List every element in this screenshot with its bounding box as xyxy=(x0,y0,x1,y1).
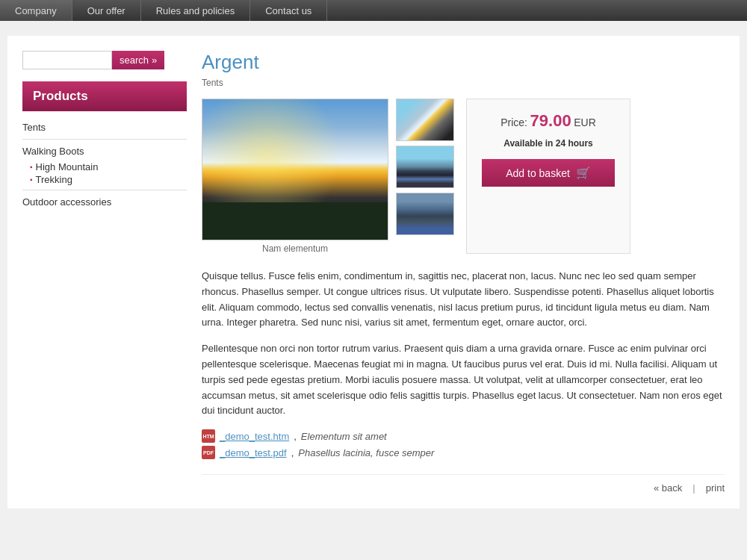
sidebar-link-walking-boots[interactable]: Walking Boots xyxy=(22,144,187,158)
search-button-label: search xyxy=(120,55,149,66)
products-heading: Products xyxy=(22,81,187,111)
breadcrumb-link[interactable]: Tents xyxy=(202,78,223,88)
sidebar-divider-2 xyxy=(22,190,187,190)
sidebar-link-trekking[interactable]: Trekking xyxy=(36,174,72,185)
search-input[interactable] xyxy=(22,51,112,69)
download-link-pdf[interactable]: _demo_test.pdf xyxy=(220,447,287,458)
download-comma-2: , xyxy=(291,447,294,458)
download-item-htm: HTM _demo_test.htm, Elementum sit amet xyxy=(202,429,725,443)
back-link[interactable]: « back xyxy=(654,482,682,494)
thumbnail-2[interactable] xyxy=(396,146,454,188)
product-description: Quisque tellus. Fusce felis enim, condim… xyxy=(202,269,725,419)
downloads-section: HTM _demo_test.htm, Elementum sit amet P… xyxy=(202,429,725,459)
download-link-htm[interactable]: _demo_test.htm xyxy=(220,431,289,442)
add-basket-label: Add to basket xyxy=(506,167,570,179)
footer-separator: | xyxy=(692,482,695,494)
sidebar-menu: Tents Walking Boots High Mountain Trekki… xyxy=(22,120,187,209)
sidebar-item-trekking: Trekking xyxy=(30,174,187,185)
download-desc-htm: Elementum sit amet xyxy=(301,431,387,442)
price-label: Price: xyxy=(500,116,527,128)
sidebar-divider xyxy=(22,139,187,140)
search-button[interactable]: search » xyxy=(112,51,164,69)
main-image-display[interactable] xyxy=(202,99,388,240)
sidebar-link-high-mountain[interactable]: High Mountain xyxy=(36,161,99,172)
nav-rules[interactable]: Rules and policies xyxy=(141,0,251,21)
download-desc-pdf: Phasellus lacinia, fusce semper xyxy=(298,447,434,458)
price-row: Price: 79.00 EUR xyxy=(482,111,615,131)
product-top: Nam elementum Price: 79.00 EUR Available xyxy=(202,99,725,254)
sidebar-link-tents[interactable]: Tents xyxy=(22,120,187,134)
availability-text: Available in 24 hours xyxy=(482,138,615,149)
top-navigation: Company Our offer Rules and policies Con… xyxy=(0,0,747,21)
download-item-pdf: PDF _demo_test.pdf, Phasellus lacinia, f… xyxy=(202,446,725,459)
cart-icon: 🛒 xyxy=(576,166,591,180)
sidebar-item-walking-boots: Walking Boots High Mountain Trekking xyxy=(22,144,187,185)
download-comma-1: , xyxy=(294,431,297,442)
thumbnail-1[interactable] xyxy=(396,99,454,141)
add-to-basket-button[interactable]: Add to basket 🛒 xyxy=(482,159,615,187)
image-caption: Nam elementum xyxy=(202,243,388,254)
main-wrapper: search » Products Tents Walking Boots Hi… xyxy=(7,36,740,508)
sidebar-submenu-boots: High Mountain Trekking xyxy=(30,161,187,185)
price-currency: EUR xyxy=(574,116,596,128)
price-box: Price: 79.00 EUR Available in 24 hours A… xyxy=(466,99,630,254)
print-link[interactable]: print xyxy=(706,482,725,494)
description-paragraph-2: Pellentesque non orci non tortor rutrum … xyxy=(202,341,725,419)
sidebar-link-outdoor[interactable]: Outdoor accessories xyxy=(22,195,187,209)
footer-navigation: « back | print xyxy=(202,474,725,494)
nav-company[interactable]: Company xyxy=(0,0,72,21)
sidebar: search » Products Tents Walking Boots Hi… xyxy=(22,51,187,494)
product-content: Argent Tents Nam elementum xyxy=(202,51,725,494)
search-form: search » xyxy=(22,51,187,69)
pdf-file-icon: PDF xyxy=(202,446,215,459)
product-title: Argent xyxy=(202,51,725,74)
thumbnail-gallery xyxy=(396,99,454,254)
search-arrow: » xyxy=(152,55,157,66)
nav-contact[interactable]: Contact us xyxy=(250,0,327,21)
price-value: 79.00 xyxy=(530,111,571,130)
sidebar-item-tents: Tents xyxy=(22,120,187,134)
sidebar-item-outdoor: Outdoor accessories xyxy=(22,195,187,209)
nav-our-offer[interactable]: Our offer xyxy=(72,0,141,21)
breadcrumb: Tents xyxy=(202,77,725,88)
sidebar-item-high-mountain: High Mountain xyxy=(30,161,187,172)
htm-file-icon: HTM xyxy=(202,429,215,443)
product-images: Nam elementum xyxy=(202,99,454,254)
description-paragraph-1: Quisque tellus. Fusce felis enim, condim… xyxy=(202,269,725,331)
main-product-image: Nam elementum xyxy=(202,99,388,254)
thumbnail-3[interactable] xyxy=(396,193,454,235)
